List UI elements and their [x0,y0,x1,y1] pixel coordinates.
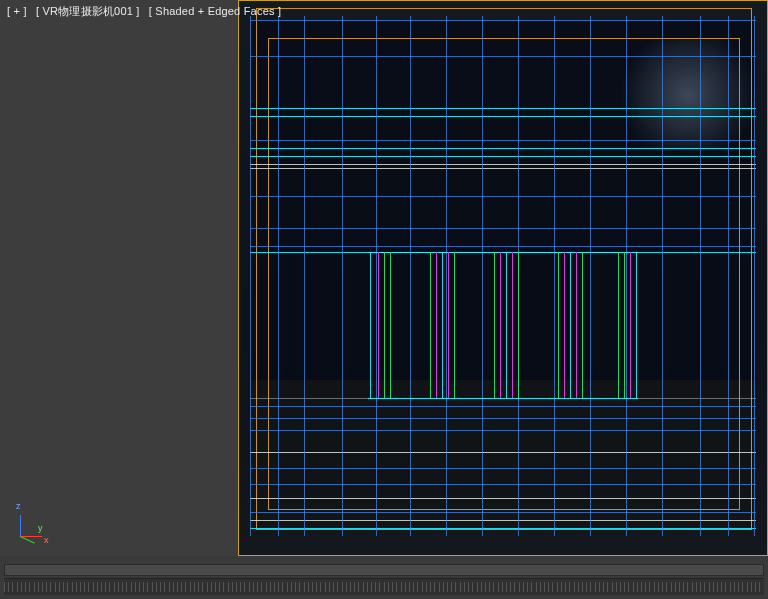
wire-vertical [376,16,377,536]
wire-horizontal [250,140,756,141]
viewport-label-bar: [ + ] [ VR物理摄影机001 ] [ Shaded + Edged Fa… [6,4,282,19]
wire-vertical [554,16,555,536]
wire-horizontal [250,252,756,253]
door-edge [570,252,571,398]
door-top [368,252,638,253]
door-edge [436,252,437,398]
door-bottom [368,398,638,399]
wire-horizontal [250,156,756,157]
wire-horizontal [250,228,756,229]
wire-horizontal [250,398,756,399]
scene-floor [250,380,756,530]
wire-horizontal [250,452,756,453]
door-edge [448,252,449,398]
viewport-camera-menu[interactable]: [ VR物理摄影机001 ] [35,5,141,17]
door-leaf [518,252,519,398]
viewport-maximize-toggle[interactable]: [ + ] [6,5,28,17]
door-leaf [618,252,619,398]
frame-ruler[interactable] [4,578,764,595]
wire-vertical [700,16,701,536]
wire-vertical [590,16,591,536]
wire-horizontal [250,484,756,485]
wire-horizontal [250,520,756,521]
door-edge [564,252,565,398]
wire-horizontal [250,498,756,499]
wire-horizontal [250,418,756,419]
wire-horizontal [250,430,756,431]
door-frame [370,252,371,398]
door-edge [442,252,443,398]
wire-horizontal [250,468,756,469]
door-frame [636,252,637,398]
wire-vertical [626,16,627,536]
door-leaf [454,252,455,398]
left-panel [0,0,239,556]
wire-vertical [446,16,447,536]
scene-light-glow [608,40,768,150]
timeline [0,556,768,599]
wire-horizontal [250,168,756,169]
wire-vertical [482,16,483,536]
door-leaf [624,252,625,398]
wire-horizontal [250,20,756,21]
wire-vertical [410,16,411,536]
wire-horizontal [250,196,756,197]
wire-horizontal [250,164,756,165]
wire-horizontal [250,406,756,407]
door-leaf [390,252,391,398]
wire-horizontal [250,528,756,529]
door-edge [500,252,501,398]
wire-vertical [250,16,251,536]
wire-horizontal [250,116,756,117]
door-leaf [582,252,583,398]
wire-horizontal [250,148,756,149]
door-edge [506,252,507,398]
door-edge [576,252,577,398]
safe-frame-inner [268,38,740,510]
wire-horizontal [250,56,756,57]
scene-wall [250,20,756,400]
door-leaf [430,252,431,398]
viewport-shading-menu[interactable]: [ Shaded + Edged Faces ] [148,5,282,17]
door-edge [378,252,379,398]
wire-horizontal [250,246,756,247]
frame-tick [759,582,763,592]
time-slider[interactable] [4,564,764,576]
safe-frame [256,8,752,530]
wire-vertical [754,16,755,536]
wire-vertical [342,16,343,536]
viewport-camera[interactable] [238,0,768,556]
door-leaf [558,252,559,398]
wire-vertical [518,16,519,536]
wire-vertical [728,16,729,536]
door-leaf [384,252,385,398]
door-edge [630,252,631,398]
door-leaf [494,252,495,398]
app-root: [ + ] [ VR物理摄影机001 ] [ Shaded + Edged Fa… [0,0,768,599]
wire-vertical [662,16,663,536]
wire-vertical [278,16,279,536]
wire-horizontal [250,512,756,513]
wire-horizontal [250,108,756,109]
wire-vertical [304,16,305,536]
door-edge [512,252,513,398]
